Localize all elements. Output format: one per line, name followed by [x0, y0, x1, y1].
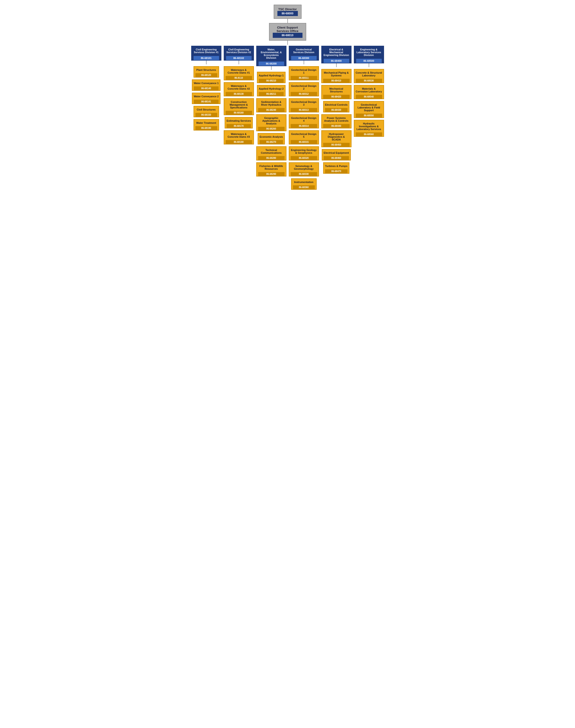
item-geo-design5: Geotechnical Design 5 86-68315: [289, 130, 319, 144]
div5-header: Electrical & Mechanical Engineering Divi…: [321, 46, 351, 63]
tsc-director-box: TSC Director 86-68000: [274, 5, 302, 19]
item-civil-structures: Civil Structures 86-68150: [194, 106, 219, 117]
item-mech-structures: Mechanical Structures 86-68420: [321, 85, 351, 99]
item-mech-piping: Mechanical Piping & Systems 86-68410: [321, 69, 351, 83]
div6-badge: 86-68500: [356, 59, 382, 63]
div1-vconn: [206, 61, 206, 64]
div4-header: Geotechnical Services Division 86-68300: [289, 46, 319, 61]
item-geo-design3: Geotechnical Design 3 86-68313: [289, 98, 319, 112]
item-geo-apps: Geographic Applications & Analysis 86-68…: [256, 114, 286, 131]
item-waterways-concrete2: Waterways & Concrete Dams #2 86-68130: [224, 82, 254, 96]
div2-vconn: [239, 61, 239, 64]
div5-vconn: [336, 63, 337, 67]
item-instrumentation: Instrumentation 86-68360: [291, 178, 317, 190]
item-waterways-concrete1: Waterways & Concrete Dams #1 86-8110: [224, 66, 254, 80]
div6-items: Concrete & Structural Laboratory 86-6853…: [354, 67, 384, 137]
div3-items: Applied Hydrology 1 86-68210 Applied Hyd…: [256, 70, 286, 177]
div2-items: Waterways & Concrete Dams #1 86-8110 Wat…: [224, 64, 254, 144]
div4-label: Geotechnical Services Division: [291, 48, 317, 55]
item-power-systems: Power Systems Analysis & Controls 86-684…: [321, 114, 351, 129]
div3-header: Water, Environmental, & Ecosystems Divis…: [256, 46, 286, 66]
item-applied-hydro1: Applied Hydrology 1 86-68210: [257, 72, 285, 83]
div1-label: Civil Engineering Services Division #1: [194, 48, 219, 55]
item-elec-controls: Electrical Controls 86-68430: [323, 101, 349, 112]
column-div2: Civil Engineering Services Division #2 8…: [224, 46, 254, 144]
column-div4: Geotechnical Services Division 86-68300 …: [289, 46, 319, 190]
item-turbines: Turbines & Pumps 86-68470: [323, 162, 349, 174]
item-hydraulic-inv: Hydraulic Investigations & Laboratory Se…: [354, 120, 384, 137]
client-support-badge: 86-68010: [273, 33, 303, 38]
div2-header: Civil Engineering Services Division #2 8…: [224, 46, 254, 61]
div1-header: Civil Engineering Services Division #1 8…: [191, 46, 222, 61]
org-chart: TSC Director 86-68000 Client Support Ser…: [5, 5, 570, 190]
item-concrete-lab: Concrete & Structural Laboratory 86-6853…: [354, 69, 384, 83]
column-div3: Water, Environmental, & Ecosystems Divis…: [256, 46, 286, 177]
div3-badge: 86-68200: [259, 62, 284, 66]
column-div5: Electrical & Mechanical Engineering Divi…: [321, 46, 351, 174]
div3-label: Water, Environmental, & Ecosystems Divis…: [259, 48, 284, 61]
tsc-director-node: TSC Director 86-68000: [274, 5, 302, 23]
item-geo-lab: Geotechnical Laboratory & Field Support …: [354, 101, 384, 118]
div4-items: Geotechnical Design 1 86-68311 Geotechni…: [289, 64, 319, 190]
div3-vconn: [271, 66, 272, 70]
item-estimating: Estimating Services 86-68170: [225, 117, 253, 129]
div6-label: Engineering & Laboratory Services Divisi…: [356, 48, 382, 58]
item-construction-mgmt: Construction Management & Specifications…: [224, 98, 254, 115]
item-applied-hydro2: Applied Hydrology 2 86-68211: [257, 85, 285, 96]
div1-badge: 86-68101: [194, 56, 219, 60]
client-support-node: Client Support Services Office 86-68010: [269, 23, 306, 45]
item-hydropower: Hydropower Diagnostics & SCADA 86-68450: [321, 130, 351, 147]
item-geo-design4: Geotechnical Design 4 86-68314: [289, 114, 319, 129]
div6-vconn: [369, 63, 369, 67]
div5-label: Electrical & Mechanical Engineering Divi…: [324, 48, 349, 58]
tsc-director-label: TSC Director: [278, 7, 297, 11]
tsc-director-badge: 86-68000: [277, 11, 298, 16]
item-plant-structures: Plant Structures 86-68120: [194, 66, 219, 78]
item-eng-geology: Engineering Geology & Geophysics 86-6832…: [289, 146, 319, 160]
item-seismology: Seismology & Geomorphology 86-68330: [289, 162, 319, 177]
item-sedimentation: Sedimentation & River Hydraulics 86-6824…: [256, 98, 286, 112]
div4-vconn: [304, 61, 304, 64]
item-water-conveyance1: Water Conveyance 1 86-68140: [192, 79, 221, 91]
column-div1: Civil Engineering Services Division #1 8…: [191, 46, 222, 131]
item-waterways-concrete3: Waterways & Concrete Dams #3 86-68180: [224, 130, 254, 144]
item-water-treatment: Water Treatment 86-68190: [194, 119, 219, 131]
item-tech-comm: Technical Communications 86-68280: [256, 146, 286, 160]
div6-header: Engineering & Laboratory Services Divisi…: [354, 46, 384, 63]
div2-badge: 86-68102: [226, 56, 251, 60]
div1-items: Plant Structures 86-68120 Water Conveyan…: [191, 64, 222, 131]
divisions-row: Civil Engineering Services Division #1 8…: [5, 46, 570, 190]
tsc-vline: [288, 19, 288, 23]
item-materials-lab: Materials & Corrosion Laboratory 86-6854…: [354, 85, 384, 99]
item-water-conveyance2: Water Conveyance 2 86-68141: [192, 93, 221, 104]
client-support-label: Client Support Services Office: [277, 26, 299, 33]
column-div6: Engineering & Laboratory Services Divisi…: [354, 46, 384, 137]
item-elec-equipment: Electrical Equipment 86-68460: [322, 149, 351, 160]
div5-items: Mechanical Piping & Systems 86-68410 Mec…: [321, 67, 351, 174]
div2-label: Civil Engineering Services Division #2: [226, 48, 251, 55]
div5-badge: 86-68400: [324, 59, 349, 63]
item-geo-design1: Geotechnical Design 1 86-68311: [289, 66, 319, 80]
client-support-box: Client Support Services Office 86-68010: [269, 23, 306, 41]
item-economic-analysis: Economic Analysis 86-68270: [258, 133, 284, 144]
div4-badge: 86-68300: [291, 56, 317, 60]
item-fisheries: Fisheries & Wildlife Resources 86-68290: [256, 162, 286, 177]
item-geo-design2: Geotechnical Design 2 86-68312: [289, 82, 319, 96]
client-vline: [288, 41, 288, 45]
